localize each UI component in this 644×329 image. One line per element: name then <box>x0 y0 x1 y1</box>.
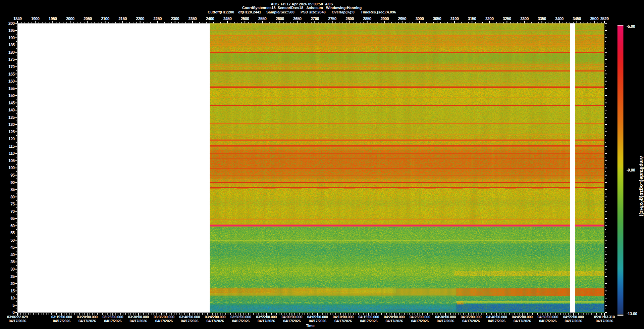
svg-text:25: 25 <box>10 274 15 279</box>
svg-text:04:35:00.000: 04:35:00.000 <box>461 315 481 319</box>
svg-text:3529: 3529 <box>600 16 609 21</box>
svg-text:3200: 3200 <box>485 16 494 21</box>
svg-text:40: 40 <box>10 252 15 257</box>
svg-text:04/17/2026: 04/17/2026 <box>596 319 613 323</box>
svg-text:03:25:00.000: 03:25:00.000 <box>102 315 123 319</box>
svg-text:1900: 1900 <box>31 16 40 21</box>
svg-text:2650: 2650 <box>293 16 302 21</box>
svg-text:20: 20 <box>10 281 15 286</box>
svg-text:04/17/2026: 04/17/2026 <box>283 319 301 323</box>
svg-text:04/17/2026: 04/17/2026 <box>539 319 556 323</box>
svg-text:-13.00: -13.00 <box>627 312 637 316</box>
svg-text:04:30:00.000: 04:30:00.000 <box>435 315 456 319</box>
svg-text:03:45:00.000: 03:45:00.000 <box>205 315 226 319</box>
svg-text:0: 0 <box>12 310 15 315</box>
svg-text:3300: 3300 <box>520 16 529 21</box>
svg-text:04/17/2026: 04/17/2026 <box>9 319 26 323</box>
svg-text:15: 15 <box>10 289 15 293</box>
svg-text:190: 190 <box>8 36 15 40</box>
svg-text:90: 90 <box>10 180 15 185</box>
svg-text:1950: 1950 <box>49 16 57 21</box>
svg-text:35: 35 <box>10 260 15 264</box>
svg-text:2450: 2450 <box>223 16 232 21</box>
svg-text:1849: 1849 <box>13 16 22 21</box>
svg-text:04/17/2026: 04/17/2026 <box>155 319 173 323</box>
svg-text:03:15:00.000: 03:15:00.000 <box>51 315 72 319</box>
svg-text:3450: 3450 <box>573 16 581 21</box>
svg-text:2500: 2500 <box>241 16 250 21</box>
svg-text:3000: 3000 <box>416 16 424 21</box>
svg-text:04:10:00.000: 04:10:00.000 <box>333 315 354 319</box>
svg-text:-5.00: -5.00 <box>627 24 635 29</box>
svg-text:04:15:00.000: 04:15:00.000 <box>358 315 379 319</box>
svg-text:2350: 2350 <box>189 16 197 21</box>
svg-text:05:01:03.310: 05:01:03.310 <box>594 315 615 319</box>
svg-text:2000: 2000 <box>66 16 75 21</box>
svg-text:5: 5 <box>12 303 15 308</box>
svg-text:170: 170 <box>8 64 15 69</box>
svg-text:2950: 2950 <box>398 16 407 21</box>
svg-text:130: 130 <box>8 122 15 127</box>
svg-text:85: 85 <box>10 187 15 192</box>
svg-text:160: 160 <box>8 79 15 84</box>
svg-text:04/17/2026: 04/17/2026 <box>258 319 275 323</box>
svg-text:Cuttoff(Hz):200 df(Hz):0.24: Cuttoff(Hz):200 df(Hz):0.2441 Sample/Sec… <box>208 10 396 14</box>
svg-text:04/17/2026: 04/17/2026 <box>488 319 505 323</box>
svg-text:125: 125 <box>8 130 15 134</box>
svg-text:100: 100 <box>8 166 15 170</box>
svg-text:03:20:00.000: 03:20:00.000 <box>77 315 98 319</box>
svg-text:03:55:00.000: 03:55:00.000 <box>256 315 277 319</box>
svg-text:200: 200 <box>8 21 15 26</box>
svg-text:2400: 2400 <box>206 16 215 21</box>
svg-text:3500: 3500 <box>590 16 599 21</box>
svg-text:03:50:00.000: 03:50:00.000 <box>230 315 251 319</box>
svg-text:2700: 2700 <box>311 16 319 21</box>
svg-text:AOS Fri 17 Apr 2026 05:00:50: AOS Fri 17 Apr 2026 05:00:50 AOS <box>271 2 333 6</box>
svg-text:2300: 2300 <box>171 16 179 21</box>
svg-text:3100: 3100 <box>450 16 459 21</box>
svg-text:115: 115 <box>9 144 15 149</box>
svg-text:120: 120 <box>8 137 15 141</box>
svg-text:04/17/2026: 04/17/2026 <box>437 319 454 323</box>
svg-text:04:00:00.000: 04:00:00.000 <box>281 315 302 319</box>
svg-text:10: 10 <box>10 296 15 300</box>
svg-text:04/17/2026: 04/17/2026 <box>232 319 250 323</box>
svg-text:145: 145 <box>8 101 15 105</box>
svg-text:80: 80 <box>10 195 15 199</box>
svg-text:165: 165 <box>8 72 15 77</box>
svg-text:155: 155 <box>8 86 15 91</box>
svg-text:03:30:00.000: 03:30:00.000 <box>128 315 149 319</box>
svg-text:04/17/2026: 04/17/2026 <box>53 319 70 323</box>
svg-text:2250: 2250 <box>153 16 162 21</box>
svg-text:2800: 2800 <box>345 16 354 21</box>
svg-text:50: 50 <box>10 238 15 243</box>
svg-text:04/17/2026: 04/17/2026 <box>334 319 352 323</box>
svg-text:04/17/2026: 04/17/2026 <box>411 319 429 323</box>
svg-text:04/17/2026: 04/17/2026 <box>206 319 224 323</box>
svg-text:04/17/2026: 04/17/2026 <box>181 319 198 323</box>
svg-text:CoordSystem:es18 SensorID:es1: CoordSystem:es18 SensorID:es18 Axis:sum … <box>242 6 362 10</box>
svg-text:04/17/2026: 04/17/2026 <box>78 319 96 323</box>
svg-text:04:40:00.000: 04:40:00.000 <box>486 315 507 319</box>
svg-text:2200: 2200 <box>136 16 145 21</box>
svg-text:3400: 3400 <box>555 16 564 21</box>
svg-text:95: 95 <box>10 173 15 178</box>
svg-text:03:35:00.000: 03:35:00.000 <box>154 315 174 319</box>
svg-text:04:50:00.000: 04:50:00.000 <box>537 315 558 319</box>
svg-text:3050: 3050 <box>433 16 442 21</box>
svg-text:60: 60 <box>10 224 15 228</box>
svg-text:2750: 2750 <box>328 16 337 21</box>
svg-text:2850: 2850 <box>363 16 372 21</box>
svg-text:04/17/2026: 04/17/2026 <box>104 319 121 323</box>
svg-text:45: 45 <box>10 245 15 250</box>
svg-text:75: 75 <box>10 202 15 206</box>
svg-text:2600: 2600 <box>276 16 284 21</box>
svg-text:2050: 2050 <box>84 16 92 21</box>
svg-text:3250: 3250 <box>503 16 512 21</box>
svg-text:04:05:00.000: 04:05:00.000 <box>307 315 328 319</box>
svg-text:04/17/2026: 04/17/2026 <box>130 319 147 323</box>
svg-text:2900: 2900 <box>380 16 389 21</box>
svg-text:65: 65 <box>10 216 15 221</box>
svg-text:04/17/2026: 04/17/2026 <box>385 319 403 323</box>
svg-text:2150: 2150 <box>118 16 127 21</box>
